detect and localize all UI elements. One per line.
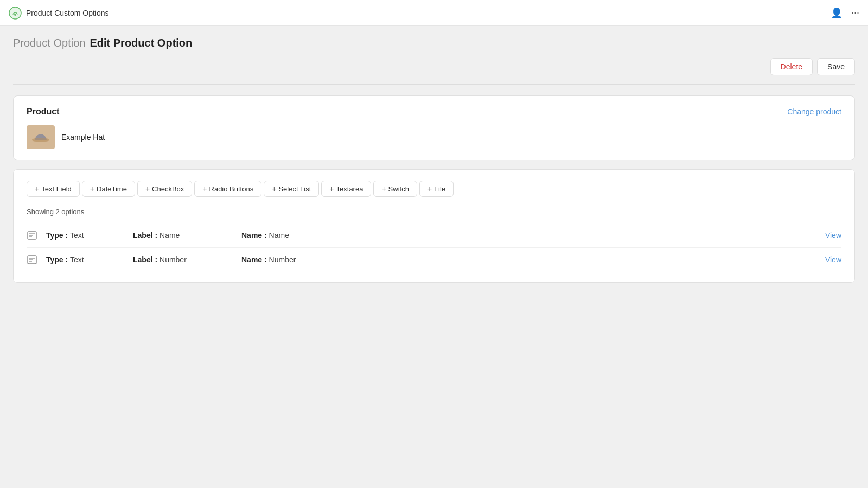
options-card: + Text Field + DateTime + CheckBox + Rad… xyxy=(13,169,855,283)
tab-text-field[interactable]: + Text Field xyxy=(27,181,80,197)
product-name: Example Hat xyxy=(61,133,105,142)
plus-icon: + xyxy=(427,184,432,193)
row-icon-col xyxy=(27,254,46,265)
tab-file[interactable]: + File xyxy=(419,181,454,197)
change-product-link[interactable]: Change product xyxy=(787,107,841,116)
row-label: Label : Number xyxy=(133,255,241,264)
tab-radio-buttons[interactable]: + Radio Buttons xyxy=(194,181,261,197)
breadcrumb: Product Option Edit Product Option xyxy=(0,26,868,58)
options-list: Type : Text Label : Name Name : Name Vie… xyxy=(27,223,841,272)
product-card: Product Change product Example Hat xyxy=(13,95,855,160)
view-link-row1[interactable]: View xyxy=(825,231,841,240)
product-card-header: Product Change product xyxy=(27,107,841,117)
top-bar-right: 👤 ··· xyxy=(831,7,859,19)
plus-icon: + xyxy=(202,184,207,193)
table-row: Type : Text Label : Name Name : Name Vie… xyxy=(27,223,841,248)
app-title: Product Custom Options xyxy=(26,9,109,17)
row-name: Name : Number xyxy=(241,255,809,264)
tab-switch-label: Switch xyxy=(388,185,409,193)
svg-point-4 xyxy=(32,138,49,142)
row-type: Type : Text xyxy=(46,231,133,240)
breadcrumb-parent-link[interactable]: Product Option xyxy=(13,37,85,49)
product-thumbnail xyxy=(27,125,55,149)
section-divider xyxy=(13,84,855,85)
row-icon-col xyxy=(27,230,46,241)
tab-text-field-label: Text Field xyxy=(41,185,72,193)
tab-select-list[interactable]: + Select List xyxy=(264,181,319,197)
top-bar: Product Custom Options 👤 ··· xyxy=(0,0,868,26)
row-action: View xyxy=(809,255,841,264)
hat-image-icon xyxy=(30,129,51,145)
plus-icon: + xyxy=(272,184,276,193)
row-type: Type : Text xyxy=(46,255,133,264)
action-bar: Delete Save xyxy=(0,58,868,84)
more-options-icon[interactable]: ··· xyxy=(851,7,859,18)
plus-icon: + xyxy=(35,184,39,193)
tab-checkbox-label: CheckBox xyxy=(152,185,184,193)
tab-datetime-label: DateTime xyxy=(97,185,127,193)
product-section-title: Product xyxy=(27,107,59,117)
showing-count: Showing 2 options xyxy=(27,208,841,216)
tab-switch[interactable]: + Switch xyxy=(373,181,417,197)
save-button[interactable]: Save xyxy=(817,58,855,75)
row-name: Name : Name xyxy=(241,231,809,240)
user-icon[interactable]: 👤 xyxy=(831,7,843,19)
svg-point-0 xyxy=(9,7,21,19)
options-tabs: + Text Field + DateTime + CheckBox + Rad… xyxy=(27,181,841,197)
tab-textarea[interactable]: + Textarea xyxy=(321,181,371,197)
plus-icon: + xyxy=(329,184,334,193)
plus-icon: + xyxy=(90,184,94,193)
row-type-icon xyxy=(27,230,37,241)
breadcrumb-current: Edit Product Option xyxy=(90,37,192,49)
main-content: Product Change product Example Hat + Tex… xyxy=(0,95,868,283)
tab-file-label: File xyxy=(434,185,445,193)
delete-button[interactable]: Delete xyxy=(770,58,813,75)
tab-select-list-label: Select List xyxy=(278,185,311,193)
view-link-row2[interactable]: View xyxy=(825,255,841,264)
product-item: Example Hat xyxy=(27,125,841,149)
row-label: Label : Name xyxy=(133,231,241,240)
tab-checkbox[interactable]: + CheckBox xyxy=(137,181,192,197)
row-type-icon xyxy=(27,254,37,265)
plus-icon: + xyxy=(381,184,386,193)
top-bar-left: Product Custom Options xyxy=(9,7,109,20)
row-action: View xyxy=(809,231,841,240)
tab-datetime[interactable]: + DateTime xyxy=(82,181,135,197)
tab-radio-buttons-label: Radio Buttons xyxy=(209,185,254,193)
table-row: Type : Text Label : Number Name : Number… xyxy=(27,248,841,272)
app-logo-icon xyxy=(9,7,22,20)
plus-icon: + xyxy=(145,184,150,193)
tab-textarea-label: Textarea xyxy=(336,185,363,193)
svg-point-1 xyxy=(14,14,16,16)
